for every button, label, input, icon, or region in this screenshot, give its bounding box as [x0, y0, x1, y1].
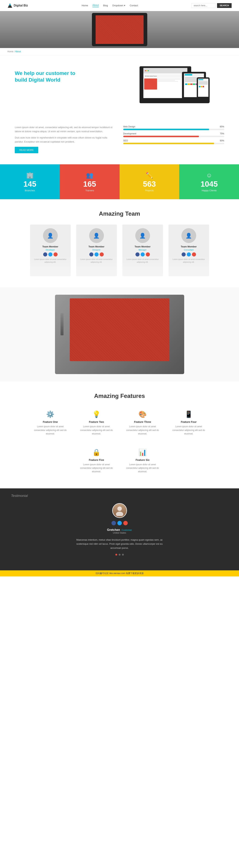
nav-blog[interactable]: Blog	[103, 4, 108, 7]
testimonial-label: Testimonial	[11, 494, 28, 498]
feature-title-1: Feature One	[34, 421, 67, 423]
social-dot-google[interactable]	[123, 521, 128, 525]
phone-screen	[198, 79, 209, 97]
testimonial-person-role: Customer	[122, 529, 132, 531]
social-facebook-3[interactable]	[135, 252, 139, 256]
nav-about[interactable]: About	[93, 4, 99, 7]
team-social-3	[135, 252, 150, 256]
testimonial-avatar	[112, 503, 127, 518]
search-input[interactable]	[192, 3, 215, 8]
team-desc-2: Lorem ipsum dolor sit amet consectetur a…	[80, 258, 113, 264]
feature-title-6: Feature Six	[126, 459, 159, 461]
social-google-2[interactable]	[100, 252, 104, 256]
testimonial-dot-2[interactable]	[119, 554, 121, 556]
logo[interactable]: Digital Biz	[7, 3, 28, 8]
social-twitter-3[interactable]	[141, 252, 145, 256]
stat-branches: 🏢 145 Branches	[0, 164, 60, 199]
svg-point-1	[9, 4, 11, 5]
social-google-1[interactable]	[54, 252, 58, 256]
features-section: Amazing Features ⚙️ Feature One Lorem ip…	[0, 381, 239, 488]
search-button[interactable]: SEARCH	[217, 3, 232, 8]
phone-color-swatches	[199, 86, 208, 88]
social-twitter-2[interactable]	[95, 252, 99, 256]
feature-title-4: Feature Four	[172, 421, 205, 423]
navbar: Digital Biz Home About Blog Dropdown ▾ C…	[0, 0, 239, 11]
testimonial-dot-3[interactable]	[122, 554, 124, 556]
social-twitter-4[interactable]	[187, 252, 191, 256]
breadcrumb-home[interactable]: Home	[7, 50, 13, 53]
read-more-button[interactable]: READ MORE	[15, 147, 38, 153]
pen-object	[61, 313, 64, 335]
breadcrumb-current: About	[15, 50, 21, 53]
nav-links: Home About Blog Dropdown ▾ Contact	[81, 4, 138, 7]
clients-number: 1045	[200, 180, 217, 188]
phone-swatch-cyan	[199, 86, 200, 87]
social-facebook-4[interactable]	[181, 252, 186, 256]
social-google-4[interactable]	[192, 252, 196, 256]
branches-label: Branches	[25, 189, 35, 192]
testimonial-name-line: Gretchen Customer	[7, 528, 232, 532]
team-role-3: Manager	[139, 249, 146, 251]
team-cards: 👤 Team Member Developer Lorem ipsum dolo…	[15, 224, 224, 276]
team-avatar-3: 👤	[135, 228, 150, 243]
phone-swatch-yellow	[201, 86, 202, 87]
screen-texture	[70, 299, 169, 361]
about-section: We help our customer to build Digital Wo…	[0, 55, 239, 125]
showcase-screen	[70, 299, 169, 361]
feature-desc-2: Lorem ipsum dolor sit amet consectetur a…	[80, 425, 113, 436]
team-desc-4: Lorem ipsum dolor sit amet consectetur a…	[172, 258, 205, 264]
person-silhouette	[114, 505, 125, 516]
about-text: We help our customer to build Digital Wo…	[15, 66, 114, 84]
team-role-1: Developer	[45, 249, 55, 251]
feature-title-5: Feature Five	[80, 459, 113, 461]
hero-laptop-image	[92, 13, 147, 46]
trainers-icon: 👥	[86, 172, 93, 179]
social-dot-facebook[interactable]	[111, 521, 116, 525]
stats-section: 🏢 145 Branches 👥 165 Trainers ✏️ 563 Pro…	[0, 164, 239, 199]
device-mockup-group: We Deliver Quality Projects	[139, 66, 210, 114]
feature-desc-6: Lorem ipsum dolor sit amet consectetur a…	[126, 463, 159, 474]
team-social-4	[181, 252, 196, 256]
team-card-3: 👤 Team Member Manager Lorem ipsum dolor …	[122, 224, 163, 276]
social-dot-twitter[interactable]	[117, 521, 122, 525]
trainers-number: 165	[83, 180, 96, 188]
team-social-2	[89, 252, 104, 256]
feature-card-4: 📱 Feature Four Lorem ipsum dolor sit ame…	[169, 407, 209, 439]
feature-card-5: 🔒 Feature Five Lorem ipsum dolor sit ame…	[76, 445, 117, 477]
footer-text: 访问趣可社区 bbs.xieniao.com 免费下载更多资源	[95, 572, 144, 575]
avatar-image	[113, 504, 127, 517]
social-facebook-1[interactable]	[43, 252, 47, 256]
testimonial-dot-1[interactable]	[115, 554, 117, 556]
testimonial-quote: Maecenas interdum, metus vitae tincidunt…	[73, 538, 166, 550]
swatch-yellow	[188, 84, 190, 85]
skill-bar-3: SEO90%	[123, 140, 225, 144]
social-google-3[interactable]	[146, 252, 150, 256]
testimonial-social-dots	[7, 521, 232, 525]
feature-icon-2: 💡	[80, 410, 113, 418]
nav-contact[interactable]: Contact	[130, 4, 138, 7]
projects-number: 563	[143, 180, 156, 188]
feature-desc-1: Lorem ipsum dolor sit amet consectetur a…	[34, 425, 67, 436]
projects-label: Projects	[145, 189, 154, 192]
stat-clients: ☺ 1045 Happy Clients	[179, 164, 239, 199]
about-col2: Web Design85% Development75% SEO90%	[123, 125, 225, 153]
team-role-4: Consultant	[184, 249, 194, 251]
feature-icon-5: 🔒	[80, 448, 113, 456]
feature-card-2: 💡 Feature Two Lorem ipsum dolor sit amet…	[76, 407, 117, 439]
skill-bar-1: Web Design85%	[123, 125, 225, 130]
swatch-cyan	[185, 84, 187, 85]
footer-bar: 访问趣可社区 bbs.xieniao.com 免费下载更多资源	[0, 570, 239, 577]
social-facebook-2[interactable]	[89, 252, 93, 256]
stat-projects: ✏️ 563 Projects	[120, 164, 179, 199]
team-name-1: Team Member	[42, 245, 58, 248]
nav-home[interactable]: Home	[81, 4, 88, 7]
laptop-showcase	[0, 287, 239, 381]
nav-dropdown[interactable]: Dropdown ▾	[112, 4, 125, 7]
feature-title-3: Feature Three	[126, 421, 159, 423]
testimonial-location: United States	[7, 532, 232, 534]
feature-card-6: 📊 Feature Six Lorem ipsum dolor sit amet…	[122, 445, 163, 477]
feature-icon-1: ⚙️	[34, 410, 67, 418]
hero-background	[0, 11, 239, 48]
testimonial-pagination	[7, 554, 232, 556]
social-twitter-1[interactable]	[48, 252, 53, 256]
